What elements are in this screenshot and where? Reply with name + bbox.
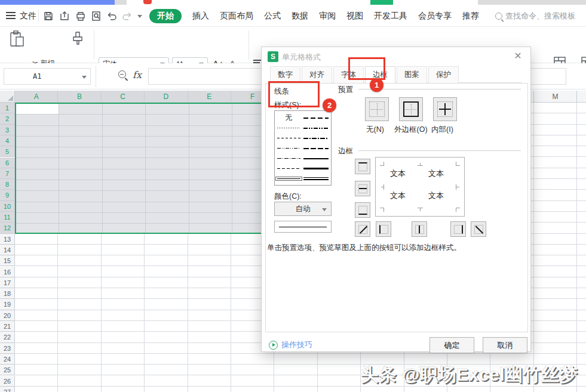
line-style-dash-dot-bold[interactable] [303,138,329,139]
line-style-solid-thin[interactable] [277,178,300,179]
dialog-tab-数字[interactable]: 数字 [270,66,300,83]
line-style-dash-dot[interactable] [277,158,300,159]
fx-icon[interactable]: fx [133,69,142,81]
row-header-10[interactable]: 10 [0,201,15,212]
row-header-27[interactable]: 27 [0,387,15,392]
line-style-dash-dot-dot[interactable] [277,148,300,149]
line-style-dash-sm[interactable] [277,138,300,138]
border-diagonal-up-button[interactable] [355,221,370,237]
line-style-dotted[interactable] [277,128,300,128]
menu-tab-开始[interactable]: 开始 [149,9,182,23]
column-header-D[interactable]: D [145,91,188,103]
line-style-dash-lg[interactable] [303,118,329,119]
column-header-E[interactable]: E [188,91,231,103]
border-middle-v-button[interactable] [412,221,427,237]
menu-tab-公式[interactable]: 公式 [264,11,281,21]
line-style-solid-md[interactable] [303,158,329,159]
dialog-tab-字体[interactable]: 字体 [333,66,364,83]
column-header-C[interactable]: C [102,91,145,103]
active-cell-a1[interactable] [16,104,59,114]
print-preview-icon[interactable] [91,11,102,21]
row-header-22[interactable]: 22 [0,332,15,342]
row-header-21[interactable]: 21 [0,321,15,332]
menu-tab-开发工具[interactable]: 开发工具 [374,11,407,21]
cancel-button[interactable]: 取消 [483,337,527,353]
border-right-button[interactable] [450,221,466,237]
paste-icon[interactable] [8,30,26,51]
row-header-7[interactable]: 7 [0,168,15,179]
zoom-out-icon[interactable] [118,70,126,78]
line-style-double[interactable] [303,177,329,180]
column-header-M[interactable]: M [534,91,577,103]
tips-link[interactable]: 操作技巧 [269,339,312,350]
row-header-16[interactable]: 16 [0,267,15,277]
row-header-11[interactable]: 11 [0,212,15,223]
border-middle-h-button[interactable] [355,181,370,196]
row-header-2[interactable]: 2 [0,113,15,124]
hamburger-icon[interactable] [6,12,16,19]
row-header-17[interactable]: 17 [0,277,15,288]
border-top-button[interactable] [355,159,370,174]
save-icon[interactable] [43,11,54,21]
line-style-dash-dot-dot-bold[interactable] [303,128,329,129]
row-header-14[interactable]: 14 [0,245,15,255]
selection-range[interactable] [15,103,274,234]
row-header-3[interactable]: 3 [0,125,15,135]
undo-icon[interactable] [106,11,117,21]
line-style-listbox[interactable]: 无 [274,110,332,186]
border-preview[interactable]: 文本 文本 文本 文本 [375,157,465,217]
row-header-5[interactable]: 5 [0,146,15,157]
row-header-6[interactable]: 6 [0,158,15,168]
line-style-none[interactable]: 无 [277,113,300,123]
row-header-23[interactable]: 23 [0,343,15,354]
file-menu[interactable]: 文件 [20,11,36,21]
line-style-solid-thick[interactable] [303,168,329,169]
dialog-tab-边框[interactable]: 边框 [365,66,395,83]
menu-tab-视图[interactable]: 视图 [346,11,363,21]
column-header-B[interactable]: B [58,91,101,103]
menu-tab-推荐[interactable]: 推荐 [462,11,479,21]
row-header-9[interactable]: 9 [0,190,15,200]
row-header-18[interactable]: 18 [0,288,15,299]
row-header-15[interactable]: 15 [0,255,15,266]
print-icon[interactable] [75,11,86,21]
column-header-N[interactable]: N [577,91,586,103]
column-header-A[interactable]: A [15,91,58,103]
color-select[interactable]: 自动 [274,202,332,216]
name-box-dropdown-icon[interactable] [82,76,87,79]
export-icon[interactable] [59,11,70,21]
dialog-tab-图案[interactable]: 图案 [397,66,427,83]
dialog-tab-对齐[interactable]: 对齐 [302,66,332,83]
line-style-dash-md[interactable] [277,168,300,169]
menu-tab-插入[interactable]: 插入 [192,11,209,21]
preset-none-button[interactable] [365,97,389,121]
row-header-1[interactable]: 1 [0,103,15,113]
dialog-tab-保护[interactable]: 保护 [428,66,459,83]
border-diagonal-down-button[interactable] [471,221,486,237]
preset-outline-button[interactable] [399,97,423,121]
menu-tab-数据[interactable]: 数据 [292,11,308,21]
row-header-4[interactable]: 4 [0,135,15,146]
close-icon[interactable]: ✕ [513,51,523,61]
line-style-dash-bold[interactable] [303,148,329,149]
row-header-8[interactable]: 8 [0,179,15,190]
menu-tab-会员专享[interactable]: 会员专享 [418,11,452,21]
border-bottom-button[interactable] [355,202,370,218]
command-search[interactable]: 查找命令、搜索模板 [495,11,575,21]
preset-inside-button[interactable] [433,97,457,121]
name-box[interactable]: A1 [4,68,91,85]
menu-tab-页面布局[interactable]: 页面布局 [220,11,253,21]
qat-dropdown-icon[interactable] [137,15,142,18]
row-header-25[interactable]: 25 [0,365,15,375]
row-header-24[interactable]: 24 [0,354,15,365]
row-header-26[interactable]: 26 [0,376,15,387]
menu-tab-审阅[interactable]: 审阅 [319,11,336,21]
row-header-12[interactable]: 12 [0,223,15,233]
row-header-20[interactable]: 20 [0,310,15,321]
row-header-13[interactable]: 13 [0,234,15,245]
border-left-button[interactable] [376,221,391,237]
ok-button[interactable]: 确定 [429,337,474,353]
select-all-corner[interactable] [0,91,15,103]
row-header-19[interactable]: 19 [0,299,15,310]
format-painter-icon[interactable] [70,30,85,50]
